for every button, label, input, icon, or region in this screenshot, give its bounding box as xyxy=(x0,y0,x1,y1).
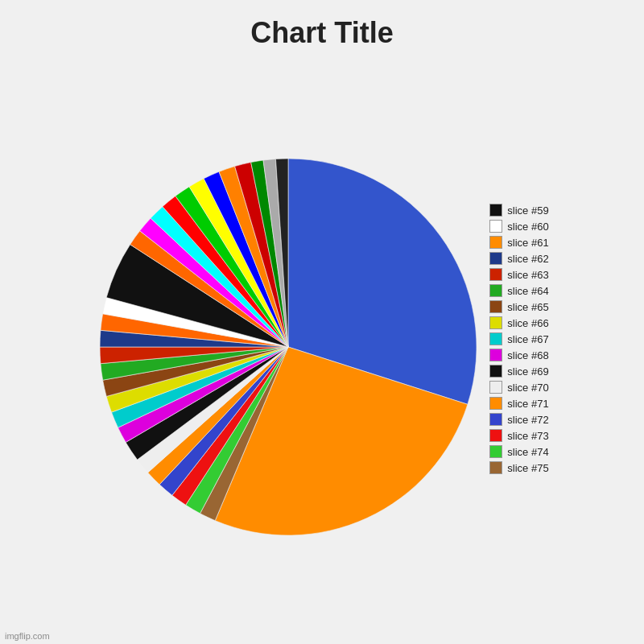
legend-color-box xyxy=(489,413,502,426)
legend-label: slice #75 xyxy=(507,462,548,474)
legend-label: slice #66 xyxy=(507,317,548,329)
legend-item: slice #62 xyxy=(489,252,548,265)
legend-item: slice #63 xyxy=(489,268,548,281)
legend-label: slice #64 xyxy=(507,285,548,297)
legend-color-box xyxy=(489,284,502,297)
legend-label: slice #74 xyxy=(507,446,548,458)
chart-title: Chart Title xyxy=(250,16,393,50)
legend-item: slice #68 xyxy=(489,349,548,361)
legend-item: slice #74 xyxy=(489,445,548,458)
legend-color-box xyxy=(489,316,502,329)
legend-item: slice #67 xyxy=(489,332,548,345)
legend-label: slice #59 xyxy=(507,204,548,217)
legend-color-box xyxy=(489,332,502,345)
legend-item: slice #64 xyxy=(489,284,548,297)
legend-label: slice #60 xyxy=(507,221,548,233)
legend-item: slice #59 xyxy=(489,204,548,217)
legend-item: slice #70 xyxy=(489,381,548,394)
legend-label: slice #71 xyxy=(507,398,548,410)
legend-color-box xyxy=(489,461,502,474)
legend-color-box xyxy=(489,204,502,217)
pie-chart xyxy=(95,154,481,540)
legend-label: slice #62 xyxy=(507,253,548,265)
chart-container: Chart Title slice #59slice #60slice #61s… xyxy=(0,0,644,644)
legend-color-box xyxy=(489,236,502,249)
legend-label: slice #73 xyxy=(507,430,548,442)
legend-color-box xyxy=(489,220,502,233)
legend-label: slice #67 xyxy=(507,333,548,345)
legend-item: slice #71 xyxy=(489,397,548,410)
legend-color-box xyxy=(489,268,502,281)
legend-item: slice #66 xyxy=(489,316,548,329)
legend-item: slice #60 xyxy=(489,220,548,233)
chart-body: slice #59slice #60slice #61slice #62slic… xyxy=(0,58,644,644)
legend: slice #59slice #60slice #61slice #62slic… xyxy=(489,204,548,490)
legend-item: slice #61 xyxy=(489,236,548,249)
legend-color-box xyxy=(489,365,502,378)
legend-item: slice #69 xyxy=(489,365,548,378)
legend-label: slice #65 xyxy=(507,301,548,313)
legend-label: slice #72 xyxy=(507,414,548,426)
watermark: imgflip.com xyxy=(5,631,50,641)
legend-color-box xyxy=(489,397,502,410)
legend-label: slice #63 xyxy=(507,269,548,281)
legend-item: slice #73 xyxy=(489,429,548,442)
legend-item: slice #65 xyxy=(489,300,548,313)
legend-item: slice #75 xyxy=(489,461,548,474)
legend-color-box xyxy=(489,252,502,265)
legend-label: slice #69 xyxy=(507,365,548,378)
legend-color-box xyxy=(489,349,502,361)
legend-color-box xyxy=(489,429,502,442)
legend-label: slice #61 xyxy=(507,237,548,249)
legend-color-box xyxy=(489,445,502,458)
legend-item: slice #72 xyxy=(489,413,548,426)
legend-color-box xyxy=(489,300,502,313)
legend-color-box xyxy=(489,381,502,394)
legend-label: slice #68 xyxy=(507,349,548,361)
legend-label: slice #70 xyxy=(507,382,548,394)
